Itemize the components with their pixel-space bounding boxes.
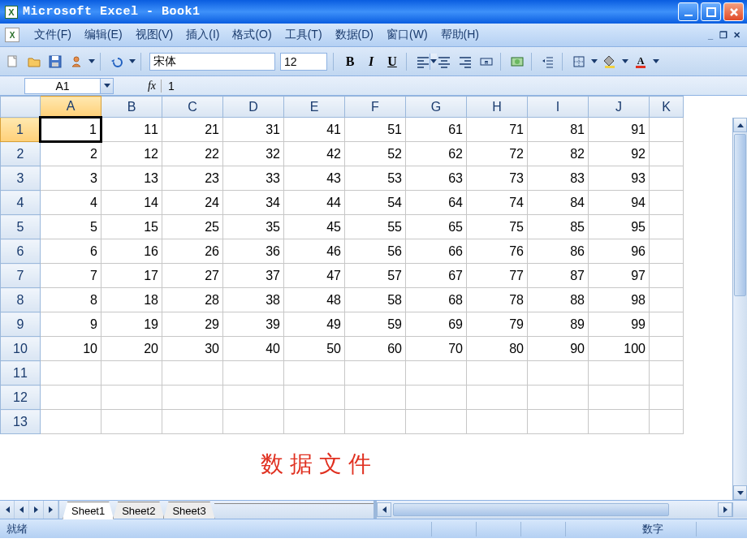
new-button[interactable]	[3, 52, 23, 71]
doc-minimize-button[interactable]: _	[705, 29, 716, 41]
menu-view[interactable]: 视图(V)	[129, 25, 180, 45]
cell-H3[interactable]: 73	[467, 166, 528, 191]
cell-A9[interactable]: 9	[41, 312, 101, 337]
cell-E2[interactable]: 42	[284, 142, 345, 166]
cell-H6[interactable]: 76	[467, 239, 528, 264]
cell-A7[interactable]: 7	[41, 264, 101, 288]
sheet-tab-1[interactable]: Sheet1	[63, 502, 114, 519]
align-right-button[interactable]	[456, 52, 475, 71]
menu-file[interactable]: 文件(F)	[28, 25, 78, 45]
cell-I11[interactable]	[528, 361, 589, 386]
cell-K10[interactable]	[650, 337, 684, 361]
tab-nav-prev[interactable]	[15, 501, 29, 519]
cell-A6[interactable]: 6	[41, 239, 101, 264]
sheet-tab-2[interactable]: Sheet2	[113, 502, 164, 519]
cell-H7[interactable]: 77	[467, 264, 528, 288]
row-header-3[interactable]: 3	[1, 166, 41, 191]
menu-tools[interactable]: 工具(T)	[279, 25, 329, 45]
cell-J4[interactable]: 94	[589, 191, 650, 215]
cell-H12[interactable]	[467, 386, 528, 410]
cell-I6[interactable]: 86	[528, 239, 589, 264]
cell-J5[interactable]: 95	[589, 215, 650, 239]
row-header-5[interactable]: 5	[1, 215, 41, 239]
cell-D12[interactable]	[223, 386, 284, 410]
vscroll-thumb[interactable]	[734, 134, 746, 296]
cell-C10[interactable]: 30	[162, 337, 223, 361]
cell-H1[interactable]: 71	[467, 118, 528, 142]
hscroll-thumb[interactable]	[393, 503, 669, 516]
vertical-scrollbar[interactable]	[732, 118, 747, 500]
formula-input[interactable]: 1	[162, 80, 747, 93]
cell-C4[interactable]: 24	[162, 191, 223, 215]
cell-B7[interactable]: 17	[101, 264, 162, 288]
cell-H9[interactable]: 79	[467, 312, 528, 337]
cell-B11[interactable]	[101, 361, 162, 386]
column-header-F[interactable]: F	[345, 97, 406, 118]
row-header-10[interactable]: 10	[1, 337, 41, 361]
cell-K4[interactable]	[650, 191, 684, 215]
currency-button[interactable]	[507, 52, 527, 71]
cell-F5[interactable]: 55	[345, 215, 406, 239]
cell-C3[interactable]: 23	[162, 166, 223, 191]
cell-G2[interactable]: 62	[406, 142, 467, 166]
cell-E9[interactable]: 49	[284, 312, 345, 337]
cell-G4[interactable]: 64	[406, 191, 467, 215]
cell-D6[interactable]: 36	[223, 239, 284, 264]
cell-K9[interactable]	[650, 312, 684, 337]
cell-B1[interactable]: 11	[101, 118, 162, 142]
cell-B8[interactable]: 18	[101, 288, 162, 312]
cell-F11[interactable]	[345, 361, 406, 386]
cell-A13[interactable]	[41, 410, 101, 434]
cell-D3[interactable]: 33	[223, 166, 284, 191]
cell-B10[interactable]: 20	[101, 337, 162, 361]
cell-F2[interactable]: 52	[345, 142, 406, 166]
font-color-dropdown[interactable]	[652, 59, 660, 63]
tab-nav-last[interactable]	[44, 501, 58, 519]
cell-C8[interactable]: 28	[162, 288, 223, 312]
cell-H4[interactable]: 74	[467, 191, 528, 215]
cell-H2[interactable]: 72	[467, 142, 528, 166]
cell-J1[interactable]: 91	[589, 118, 650, 142]
scroll-right-button[interactable]	[718, 502, 732, 517]
align-center-button[interactable]	[434, 52, 454, 71]
menu-edit[interactable]: 编辑(E)	[78, 25, 129, 45]
cell-G10[interactable]: 70	[406, 337, 467, 361]
cell-A1[interactable]: 1	[41, 118, 101, 142]
row-header-1[interactable]: 1	[1, 118, 41, 142]
cell-K12[interactable]	[650, 386, 684, 410]
font-name-select[interactable]	[149, 53, 275, 71]
spreadsheet-grid[interactable]: ABCDEFGHIJK11112131415161718191221222324…	[0, 96, 684, 434]
cell-K1[interactable]	[650, 118, 684, 142]
menu-help[interactable]: 帮助(H)	[434, 25, 486, 45]
cell-F10[interactable]: 60	[345, 337, 406, 361]
cell-E10[interactable]: 50	[284, 337, 345, 361]
column-header-C[interactable]: C	[162, 97, 223, 118]
column-header-E[interactable]: E	[284, 97, 345, 118]
cell-D7[interactable]: 37	[223, 264, 284, 288]
cell-A10[interactable]: 10	[41, 337, 101, 361]
cell-I13[interactable]	[528, 410, 589, 434]
cell-G3[interactable]: 63	[406, 166, 467, 191]
cell-A5[interactable]: 5	[41, 215, 101, 239]
italic-button[interactable]: I	[361, 52, 381, 71]
cell-I4[interactable]: 84	[528, 191, 589, 215]
cell-J7[interactable]: 97	[589, 264, 650, 288]
cell-H10[interactable]: 80	[467, 337, 528, 361]
row-header-9[interactable]: 9	[1, 312, 41, 337]
cell-F3[interactable]: 53	[345, 166, 406, 191]
cell-I7[interactable]: 87	[528, 264, 589, 288]
cell-C1[interactable]: 21	[162, 118, 223, 142]
borders-dropdown[interactable]	[590, 59, 598, 63]
cell-C12[interactable]	[162, 386, 223, 410]
row-header-11[interactable]: 11	[1, 361, 41, 386]
name-box-dropdown-icon[interactable]	[100, 79, 113, 93]
cell-G12[interactable]	[406, 386, 467, 410]
cell-E3[interactable]: 43	[284, 166, 345, 191]
cell-K2[interactable]	[650, 142, 684, 166]
undo-dropdown[interactable]	[128, 59, 136, 63]
underline-button[interactable]: U	[382, 52, 402, 71]
cell-J13[interactable]	[589, 410, 650, 434]
cell-D10[interactable]: 40	[223, 337, 284, 361]
permission-dropdown[interactable]	[88, 59, 96, 63]
cell-I8[interactable]: 88	[528, 288, 589, 312]
